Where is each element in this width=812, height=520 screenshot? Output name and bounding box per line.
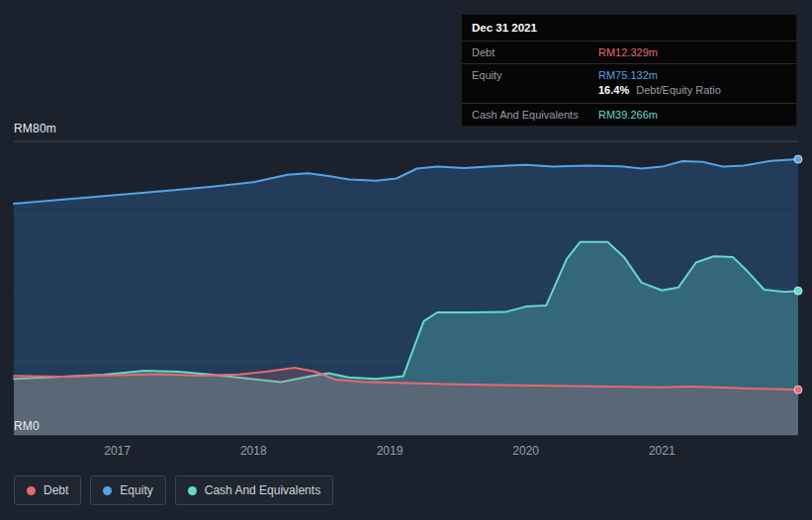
tooltip-row-equity: Equity RM75.132m [462, 64, 796, 83]
debt-equity-ratio-label: Debt/Equity Ratio [636, 84, 721, 96]
legend-item-cash[interactable]: Cash And Equivalents [175, 476, 333, 505]
x-tick-label-2018: 2018 [240, 444, 267, 458]
legend-item-debt[interactable]: Debt [14, 476, 81, 505]
debt-series-dot-icon [27, 486, 36, 495]
debt-equity-ratio-value: 16.4% [598, 84, 629, 96]
tooltip-row-debt-equity-ratio: 16.4% Debt/Equity Ratio [462, 83, 796, 104]
series-end-marker-equity [794, 155, 802, 163]
series-end-marker-debt [794, 386, 802, 393]
y-axis-label-min: RM0 [14, 419, 40, 433]
tooltip-cash-value: RM39.266m [598, 109, 658, 121]
cash-series-dot-icon [188, 486, 197, 495]
tooltip-equity-label: Equity [472, 69, 598, 81]
legend-label-equity: Equity [120, 483, 152, 497]
chart-legend: Debt Equity Cash And Equivalents [14, 476, 333, 505]
x-tick-label-2017: 2017 [104, 444, 131, 458]
equity-series-dot-icon [103, 486, 112, 495]
chart-panel: RM80m RM0 20172018201920202021 Dec 31 20… [0, 0, 812, 520]
legend-label-debt: Debt [44, 483, 68, 497]
legend-label-cash: Cash And Equivalents [205, 483, 320, 497]
tooltip-debt-value: RM12.329m [598, 46, 658, 58]
x-tick-label-2021: 2021 [649, 444, 676, 458]
legend-item-equity[interactable]: Equity [90, 476, 165, 505]
tooltip-equity-value: RM75.132m [598, 69, 658, 81]
chart-tooltip: Dec 31 2021 Debt RM12.329m Equity RM75.1… [461, 14, 797, 127]
x-tick-label-2019: 2019 [377, 444, 404, 458]
tooltip-date: Dec 31 2021 [462, 15, 796, 42]
x-tick-label-2020: 2020 [512, 444, 539, 458]
tooltip-cash-label: Cash And Equivalents [472, 109, 598, 121]
series-end-marker-cash-and-equivalents [794, 287, 802, 295]
y-axis-label-max: RM80m [14, 122, 56, 135]
tooltip-row-cash: Cash And Equivalents RM39.266m [462, 104, 796, 126]
tooltip-row-debt: Debt RM12.329m [462, 42, 796, 64]
tooltip-debt-label: Debt [472, 46, 598, 58]
